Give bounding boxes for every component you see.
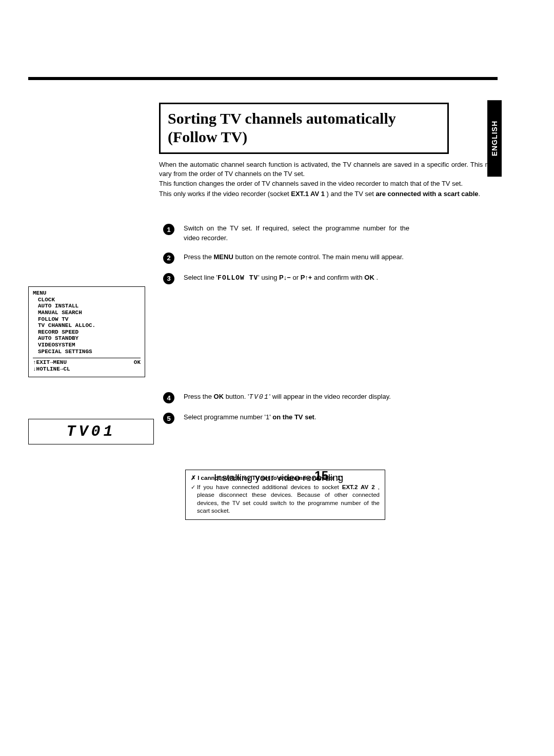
step-number-icon: 5 [163,413,174,424]
menu-item: AUTO STANDBY [38,335,141,342]
step-1: 1 Switch on the TV set. If required, sel… [163,224,499,243]
menu-item: MANUAL SEARCH [38,309,141,316]
intro-p1: When the automatic channel search functi… [159,160,498,178]
section-title-box: Sorting TV channels automatically (Follo… [159,103,449,154]
menu-divider [33,358,141,358]
menu-item: TV CHANNEL ALLOC. [38,322,141,329]
menu-item: AUTO INSTALL [38,303,141,309]
steps-group-2: 4 Press the OK button. 'TV01' will appea… [163,392,499,433]
osd-menu-box: MENU CLOCK AUTO INSTALL MANUAL SEARCH FO… [28,286,145,377]
troubleshoot-body: If you have connected additional devices… [191,483,380,515]
menu-item: CLOCK [38,297,141,303]
menu-items: CLOCK AUTO INSTALL MANUAL SEARCH FOLLOW … [33,297,141,355]
menu-item: RECORD SPEED [38,329,141,336]
step-number-icon: 2 [163,253,174,264]
menu-item: FOLLOW TV [38,316,141,323]
troubleshoot-box: ✗ I cannot switch my TV set to programme… [185,470,385,520]
step-4-text: Press the OK button. 'TV01' will appear … [184,392,409,403]
step-number-icon: 1 [163,224,174,235]
menu-title: MENU [33,290,141,297]
vcr-display-text: TV01 [66,423,115,440]
step-2-text: Press the MENU button on the remote cont… [184,253,409,264]
step-number-icon: 3 [163,273,174,284]
menu-footer-row: ↑EXIT→MENU OK [33,359,141,366]
step-4: 4 Press the OK button. 'TV01' will appea… [163,392,499,403]
steps-group-1: 1 Switch on the TV set. If required, sel… [163,224,499,294]
step-3-text: Select line 'FOLLOW TV' using P↓− or P↑+… [184,273,409,284]
intro-text: When the automatic channel search functi… [159,160,498,199]
step-1-text: Switch on the TV set. If required, selec… [184,224,409,243]
top-divider [28,77,498,80]
page-number: 15 [314,468,328,484]
step-5-text: Select programme number '1' on the TV se… [184,413,409,424]
step-5: 5 Select programme number '1' on the TV … [163,413,499,424]
intro-p2: This function changes the order of TV ch… [159,179,498,188]
section-title: Sorting TV channels automatically (Follo… [168,109,440,146]
step-3: 3 Select line 'FOLLOW TV' using P↓− or P… [163,273,499,284]
menu-item: VIDEOSYSTEM [38,342,141,348]
menu-item: SPECIAL SETTINGS [38,348,141,355]
step-2: 2 Press the MENU button on the remote co… [163,253,499,264]
menu-footer-row2: ↓HOTLINE→CL [33,366,141,373]
step-number-icon: 4 [163,392,174,403]
vcr-display-box: TV01 [28,419,154,444]
intro-p3: This only works if the video recorder (s… [159,189,498,199]
